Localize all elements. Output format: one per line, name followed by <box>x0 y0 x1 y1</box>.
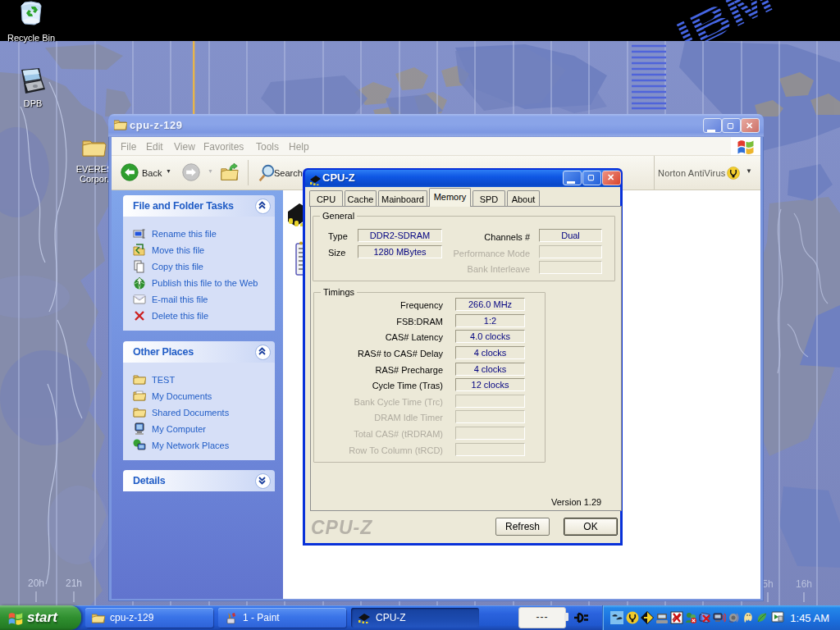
svg-text:16h: 16h <box>796 578 812 590</box>
svg-text:5h: 5h <box>762 578 773 590</box>
svg-text:21h: 21h <box>66 578 82 589</box>
svg-text:20h: 20h <box>28 578 44 589</box>
